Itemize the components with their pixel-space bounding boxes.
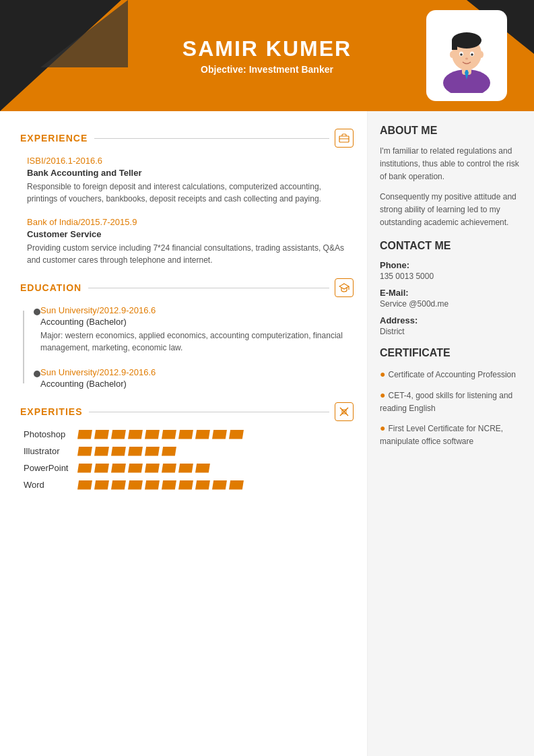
phone-label: Phone: <box>380 260 522 270</box>
skill-bar-segment <box>128 480 143 490</box>
cert-text-3: First Level Certificate for NCRE, manipu… <box>380 424 503 446</box>
edu-dot-1 <box>34 309 40 315</box>
edu-desc-1: Major: western economics, applied econom… <box>40 329 354 354</box>
skills-icon <box>339 406 349 417</box>
skill-bar-segment <box>195 430 210 439</box>
education-line <box>88 288 329 288</box>
avatar <box>426 10 507 101</box>
exp-company-1: ISBI/2016.1-2016.6 <box>27 156 354 166</box>
cert-bullet-2: ● <box>380 389 385 400</box>
skill-photoshop: Photoshop <box>24 429 354 439</box>
education-section-header: EDUCATION <box>20 278 354 297</box>
skill-word: Word <box>24 480 354 490</box>
skill-bar-segment <box>212 430 227 439</box>
skill-name-illustrator: Illustrator <box>24 446 77 456</box>
exp-period-1: /2016.1-2016.6 <box>44 156 102 166</box>
skill-bar-segment <box>229 430 244 439</box>
experience-icon <box>335 129 354 148</box>
experience-line <box>94 138 329 139</box>
skill-bars-photoshop <box>77 430 354 439</box>
svg-point-11 <box>450 51 454 58</box>
edu-degree-1: Accounting (Bachelor) <box>40 317 354 327</box>
svg-point-12 <box>479 51 483 58</box>
skill-bar-segment <box>111 430 126 439</box>
exp-company-name-2: Bank of India <box>27 217 78 227</box>
cert-item-2: ●CET-4, good skills for listening and re… <box>380 388 522 414</box>
experities-title: EXPERITIES <box>20 406 82 417</box>
address-value: District <box>380 327 522 336</box>
exp-desc-1: Responsible to foreign deposit and inter… <box>27 181 354 205</box>
main-layout: EXPERIENCE ISBI/2016.1-2016.6 Bank Accou… <box>0 111 534 756</box>
skill-bar-segment <box>111 447 126 456</box>
edu-period-1: /2012.9-2016.6 <box>97 305 156 315</box>
education-item-1: Sun University/2012.9-2016.6 Accounting … <box>34 305 354 354</box>
svg-point-8 <box>460 53 463 56</box>
exp-company-2: Bank of India/2015.7-2015.9 <box>27 217 354 227</box>
edu-school-2: Sun University/2012.9-2016.6 <box>40 367 354 377</box>
skill-bars-illustrator <box>77 447 354 456</box>
edu-degree-2: Accounting (Bachelor) <box>40 379 354 389</box>
exp-period-2: /2015.7-2015.9 <box>78 217 137 227</box>
cert-item-3: ●First Level Certificate for NCRE, manip… <box>380 421 522 447</box>
skill-bar-segment <box>195 480 210 490</box>
skill-bar-segment <box>212 480 227 490</box>
skill-bars-powerpoint <box>77 464 354 473</box>
skill-bar-segment <box>178 480 193 490</box>
skill-bar-segment <box>77 430 92 439</box>
experience-item-1: ISBI/2016.1-2016.6 Bank Accounting and T… <box>20 156 354 205</box>
edu-school-name-2: Sun University <box>40 367 97 377</box>
experience-section-header: EXPERIENCE <box>20 129 354 148</box>
experities-icon <box>335 402 354 421</box>
skill-bar-segment <box>162 464 176 473</box>
cert-item-1: ●Certificate of Accounting Profession <box>380 367 522 381</box>
skill-name-photoshop: Photoshop <box>24 429 77 439</box>
edu-school-1: Sun University/2012.9-2016.6 <box>40 305 354 315</box>
skill-bars-word <box>77 480 354 490</box>
education-title: EDUCATION <box>20 282 81 293</box>
skill-bar-segment <box>111 480 126 490</box>
skill-powerpoint: PowerPoint <box>24 463 354 473</box>
experities-line <box>89 412 329 412</box>
cert-text-2: CET-4, good skills for listening and rea… <box>380 391 512 413</box>
right-column: ABOUT ME I'm familiar to related regulat… <box>367 111 534 756</box>
skill-bar-segment <box>128 447 143 456</box>
svg-point-9 <box>471 53 473 56</box>
skill-name-word: Word <box>24 480 77 490</box>
skill-bar-segment <box>94 480 109 490</box>
svg-marker-15 <box>339 284 349 289</box>
edu-dot-2 <box>34 371 40 377</box>
experience-item-2: Bank of India/2015.7-2015.9 Customer Ser… <box>20 217 354 266</box>
exp-company-name-1: ISBI <box>27 156 44 166</box>
cert-bullet-3: ● <box>380 422 385 433</box>
about-paragraph-1: I'm familiar to related regulations and … <box>380 145 522 184</box>
experities-section-header: EXPERITIES <box>20 402 354 421</box>
exp-role-2: Customer Service <box>27 229 354 239</box>
left-column: EXPERIENCE ISBI/2016.1-2016.6 Bank Accou… <box>0 111 367 756</box>
skill-bar-segment <box>195 464 210 473</box>
skill-name-powerpoint: PowerPoint <box>24 463 77 473</box>
email-label: E-Mail: <box>380 288 522 298</box>
skill-bar-segment <box>162 430 176 439</box>
cert-text-1: Certificate of Accounting Profession <box>388 370 515 379</box>
experience-title: EXPERIENCE <box>20 133 88 144</box>
skill-bar-segment <box>94 447 109 456</box>
header-center: SAMIR KUMER Objective: Investment Banker <box>182 36 352 75</box>
skill-bar-segment <box>128 430 143 439</box>
svg-rect-5 <box>452 40 457 50</box>
skill-bar-segment <box>145 430 160 439</box>
certificate-title: CERTIFICATE <box>380 347 522 359</box>
skill-bar-segment <box>178 430 193 439</box>
header: SAMIR KUMER Objective: Investment Banker <box>0 0 534 111</box>
skill-bar-segment <box>111 464 126 473</box>
about-paragraph-2: Consequently my positive attitude and st… <box>380 191 522 230</box>
skill-bar-segment <box>145 447 160 456</box>
candidate-objective: Objective: Investment Banker <box>182 64 352 75</box>
skill-bar-segment <box>145 464 160 473</box>
skill-illustrator: Illustrator <box>24 446 354 456</box>
skill-bar-segment <box>77 447 92 456</box>
exp-desc-2: Providing custom service including 7*24 … <box>27 242 354 266</box>
skill-bar-segment <box>94 464 109 473</box>
avatar-image <box>433 19 500 93</box>
exp-role-1: Bank Accounting and Teller <box>27 168 354 178</box>
contact-title: CONTACT ME <box>380 240 522 252</box>
